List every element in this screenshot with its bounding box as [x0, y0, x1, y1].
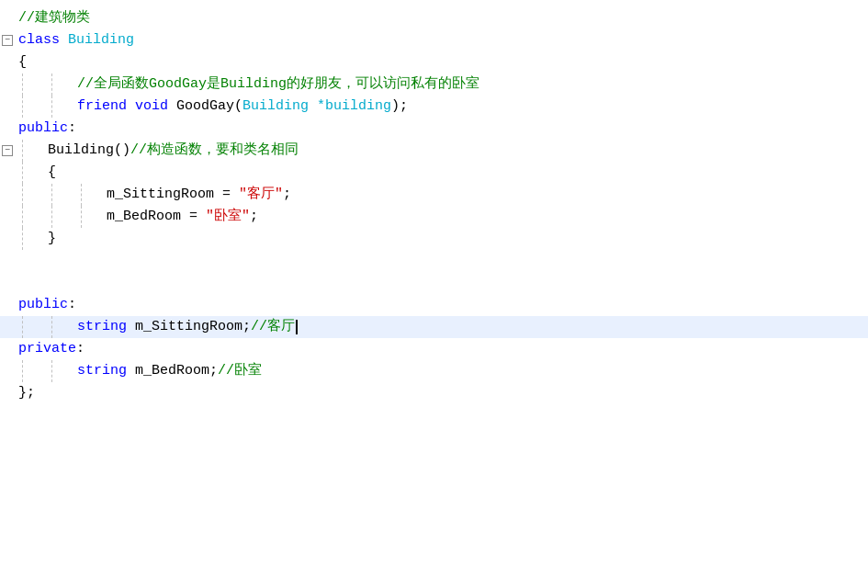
code-line: { [0, 51, 868, 74]
code-editor: //建筑物类−class Building{//全局函数GoodGay是Buil… [0, 0, 868, 588]
token-normal: m_SittingRoom = [107, 184, 239, 206]
code-line: friend void GoodGay(Building *building); [0, 96, 868, 118]
collapse-button[interactable]: − [2, 35, 13, 46]
code-line: m_BedRoom = "卧室"; [0, 206, 868, 228]
code-content: m_BedRoom = "卧室"; [103, 206, 868, 228]
code-content: string m_BedRoom;//卧室 [73, 360, 868, 382]
gutter [0, 316, 15, 338]
gutter [0, 7, 15, 29]
code-content: } [44, 228, 868, 250]
token-normal: }; [18, 382, 35, 404]
collapse-button[interactable]: − [2, 145, 13, 156]
indent-guide [73, 184, 103, 206]
gutter [0, 118, 15, 140]
gutter [0, 162, 15, 184]
indent-guide [15, 140, 44, 162]
code-content: private: [15, 338, 868, 360]
token-comment: //客厅 [251, 316, 295, 338]
token-normal: m_BedRoom; [135, 360, 218, 382]
gutter [0, 360, 15, 382]
code-content: }; [15, 382, 868, 404]
code-content: friend void GoodGay(Building *building); [73, 96, 868, 118]
token-normal: m_BedRoom = [107, 206, 206, 228]
token-kw-cyan: Building [242, 96, 317, 118]
token-comment: //卧室 [218, 360, 262, 382]
gutter [0, 250, 15, 272]
token-normal: } [48, 228, 56, 250]
code-line: string m_BedRoom;//卧室 [0, 360, 868, 382]
code-line: −class Building [0, 29, 868, 51]
code-content: m_SittingRoom = "客厅"; [103, 184, 868, 206]
token-normal: m_SittingRoom; [135, 316, 251, 338]
token-param: *building [317, 96, 391, 118]
token-comment: //建筑物类 [18, 7, 90, 29]
code-content [15, 272, 868, 294]
indent-guide [44, 74, 73, 96]
code-line: public: [0, 294, 868, 316]
token-normal: { [48, 162, 56, 184]
indent-guide [44, 184, 73, 206]
code-line: public: [0, 118, 868, 140]
gutter [0, 206, 15, 228]
indent-guide [44, 360, 73, 382]
token-normal: : [76, 338, 85, 360]
code-line: m_SittingRoom = "客厅"; [0, 184, 868, 206]
gutter: − [0, 29, 15, 51]
indent-guide [44, 96, 73, 118]
code-line: } [0, 228, 868, 250]
gutter: − [0, 140, 15, 162]
indent-guide [15, 162, 44, 184]
gutter [0, 338, 15, 360]
code-content: //建筑物类 [15, 7, 868, 29]
indent-guide [15, 96, 44, 118]
code-content: string m_SittingRoom;//客厅 [73, 316, 868, 338]
gutter [0, 74, 15, 96]
token-normal: ; [283, 184, 291, 206]
gutter [0, 184, 15, 206]
indent-guide [15, 206, 44, 228]
indent-guide [44, 316, 73, 338]
token-kw-blue: string [77, 316, 135, 338]
code-content: Building()//构造函数，要和类名相同 [44, 140, 868, 162]
token-normal: ; [250, 206, 258, 228]
indent-guide [15, 316, 44, 338]
code-line [0, 250, 868, 272]
token-kw-blue: void [135, 96, 176, 118]
indent-guide [15, 74, 44, 96]
code-line: −Building()//构造函数，要和类名相同 [0, 140, 868, 162]
text-cursor [296, 320, 298, 334]
token-comment: //全局函数GoodGay是Building的好朋友，可以访问私有的卧室 [77, 74, 479, 96]
code-content: class Building [15, 29, 868, 51]
code-content: { [15, 51, 868, 74]
token-kw-cyan: Building [68, 29, 134, 51]
indent-guide [44, 206, 73, 228]
token-normal: GoodGay( [176, 96, 242, 118]
code-content: public: [15, 118, 868, 140]
gutter [0, 96, 15, 118]
indent-guide [15, 228, 44, 250]
code-content: //全局函数GoodGay是Building的好朋友，可以访问私有的卧室 [73, 74, 868, 96]
gutter [0, 272, 15, 294]
token-kw-blue: class [18, 29, 68, 51]
code-line: private: [0, 338, 868, 360]
indent-guide [15, 184, 44, 206]
token-string-red: "卧室" [206, 206, 250, 228]
token-normal: : [68, 294, 76, 316]
code-line: string m_SittingRoom;//客厅 [0, 316, 868, 338]
token-kw-blue: private [18, 338, 76, 360]
code-line: { [0, 162, 868, 184]
token-normal: ); [391, 96, 408, 118]
code-content [15, 250, 868, 272]
token-kw-blue: public [18, 118, 68, 140]
code-content: { [44, 162, 868, 184]
token-kw-blue: friend [77, 96, 135, 118]
code-line: }; [0, 382, 868, 404]
token-string-red: "客厅" [239, 184, 283, 206]
token-kw-blue: string [77, 360, 135, 382]
gutter [0, 51, 15, 74]
indent-guide [73, 206, 103, 228]
indent-guide [15, 360, 44, 382]
gutter [0, 382, 15, 404]
code-line: //建筑物类 [0, 7, 868, 29]
code-content: public: [15, 294, 868, 316]
